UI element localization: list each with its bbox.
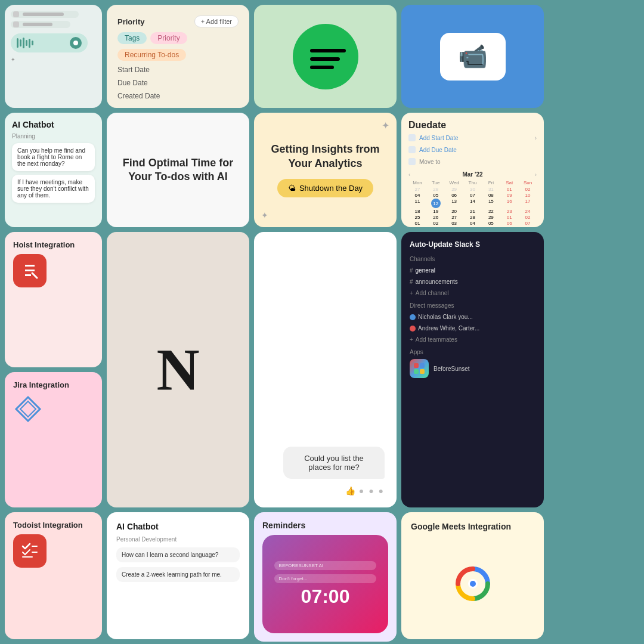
slack-dm-header: Direct messages [410,300,535,310]
places-chat-bubble: Could you list the places for me? [283,447,385,479]
google-meets-title: Google Meets Integration [411,522,534,531]
sun-icon: 🌤 [288,184,296,193]
shutdown-button[interactable]: 🌤 Shutdown the Day [277,179,373,197]
hoist-card: Hoist Integration [5,232,102,367]
ai-chatbot-top-title: AI Chatbot [12,120,95,129]
duedate-card: Duedate Add Start Date › Add Due Date Mo… [401,113,544,227]
svg-rect-1 [414,363,419,368]
empty-top-right [546,0,644,110]
empty-row3-right [546,230,644,370]
like-icon: 👍 [345,486,355,496]
slack-beforesunset-icon [410,359,429,378]
add-filter-btn[interactable]: + Add filter [194,16,239,27]
hoist-title: Hoist Integration [13,240,94,249]
slack-dm-1[interactable]: Nicholas Clark you... [410,312,535,321]
chat-places-card: Could you list the places for me? 👍 ● ● … [254,232,397,507]
sparkle-icon: ✦ [382,120,389,131]
slack-channels-header: Channels [410,255,535,264]
notion-card: N [107,232,249,507]
svg-line-0 [32,273,37,278]
slack-add-teammates[interactable]: + Add teammates [410,335,535,344]
slack-apps-header: Apps [410,346,535,357]
slack-channel-announcements[interactable]: # announcements [410,277,535,286]
notion-logo: N [150,340,205,400]
start-date-label: Start Date [117,66,239,74]
tag-tags: Tags [117,32,147,44]
analytics-title: Getting Insights from Your Analytics [266,143,385,171]
move-to: Move to [419,159,441,165]
svg-rect-4 [420,369,425,374]
todo-list-card: ✦ [5,5,102,108]
svg-point-8 [470,581,476,587]
chat-bubble-2: If I have meetings, make sure they don't… [12,175,95,203]
chat-bubble-bottom-2: Create a 2-week learning path for me. [116,567,240,582]
ai-chatbot-bottom-card: AI Chatbot Personal Development How can … [107,512,249,639]
ai-chatbot-top-card: AI Chatbot Planning Can you help me find… [5,113,102,227]
slack-dm-2[interactable]: Andrew White, Carter... [410,324,535,333]
zoom-logo: 📹 [440,33,506,80]
chat-bubble-bottom-1: How can I learn a second language? [116,547,240,562]
slack-channel-general[interactable]: # general [410,266,535,275]
todoist-int-title: Todoist Integration [13,521,94,530]
empty-mid-right [546,110,644,230]
filters-card: Priority + Add filter Tags Priority Recu… [107,5,249,108]
add-start-date[interactable]: Add Start Date [419,135,459,141]
svg-rect-2 [420,363,425,368]
slack-add-channel[interactable]: + Add channel [410,289,535,298]
ai-chatbot-bottom-subtitle: Personal Development [116,536,240,543]
spotify-logo [293,24,358,89]
tag-recurring: Recurring To-dos [117,49,186,61]
ai-chatbot-bottom-title: AI Chatbot [116,522,240,531]
spotify-card [254,5,397,108]
ai-chatbot-top-subtitle: Planning [12,133,95,140]
zoom-card: 📹 [401,5,544,108]
svg-rect-3 [414,369,419,374]
empty-row5-right [546,510,644,644]
reminders-title: Reminders [262,521,388,530]
reminders-card: Reminders BEFORESUNSET AI Don't forget..… [254,512,397,642]
priority-tag: Priority [117,17,145,26]
analytics-card: ✦ Getting Insights from Your Analytics 🌤… [254,113,397,227]
jira-card: Jira Integration [5,372,102,507]
slack-title: Auto-Update Slack S [410,240,535,249]
google-meets-card: Google Meets Integration [401,512,544,639]
sparkle-icon-2: ✦ [261,210,268,220]
reminders-time: 07:00 [301,586,350,608]
calendar-month: Mar '22 [462,171,482,178]
todoist-int-card: Todoist Integration [5,512,102,639]
empty-row4-right [546,370,644,510]
typing-dots: ● ● ● [359,486,385,496]
due-date-label: Due Date [117,79,239,87]
optimal-time-title: Find Optimal Time for Your To-dos with A… [121,156,235,184]
add-due-date[interactable]: Add Due Date [419,147,457,153]
slack-beforesunset-label: BeforeSunset [434,366,470,372]
chat-bubble-1: Can you help me find and book a flight t… [12,143,95,171]
tag-priority: Priority [150,32,187,44]
slack-card: Auto-Update Slack S Channels # general #… [401,232,544,507]
jira-title: Jira Integration [13,380,94,389]
optimal-time-card: Find Optimal Time for Your To-dos with A… [107,113,249,227]
created-date-label: Created Date [117,92,239,100]
duedate-title: Duedate [408,120,537,131]
